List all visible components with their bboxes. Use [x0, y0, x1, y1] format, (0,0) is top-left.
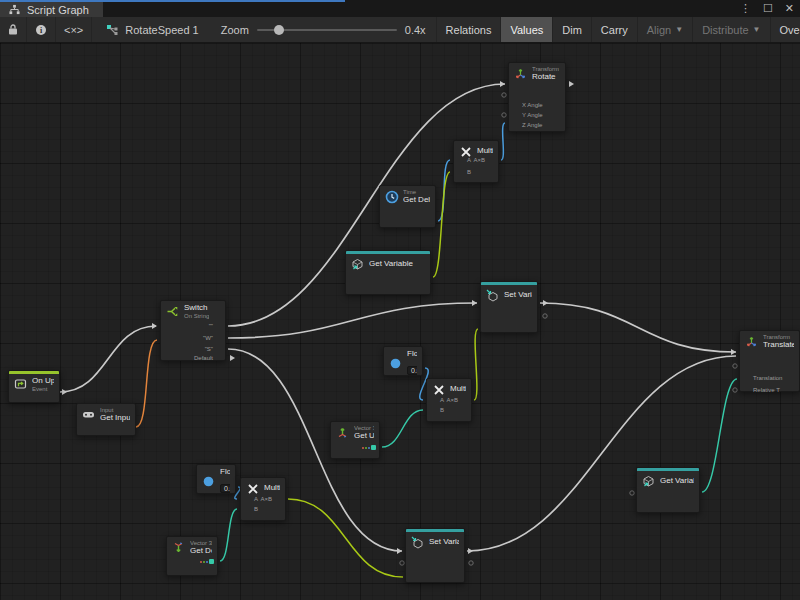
node-header: Get Variable — [637, 471, 699, 491]
node-header: Float0.01 — [197, 465, 235, 496]
node-title: Get Input String — [100, 414, 130, 423]
node-rotate[interactable]: TransformRotateX AngleY AngleZ Angle — [508, 62, 566, 132]
graph-name: RotateSpeed 1 — [125, 24, 198, 36]
graph-icon — [7, 2, 22, 17]
port-value-right[interactable] — [200, 559, 214, 564]
node-header: Float0.01 — [384, 347, 422, 378]
graph-toolbar: i <×> RotateSpeed 1 Zoom 0.4x RelationsV… — [0, 17, 800, 43]
toolbar-button-overview[interactable]: Overview — [771, 17, 800, 42]
zoom-to-fit-button[interactable]: <×> — [56, 17, 92, 42]
graph-canvas[interactable]: On UpdateEventInputGet Input StringSwitc… — [0, 43, 800, 600]
node-header: Vector 3Get Up — [331, 422, 379, 442]
port-value-right[interactable] — [362, 445, 376, 450]
node-float-1[interactable]: Float0.01 — [383, 346, 423, 376]
node-value-field[interactable]: 0.01 — [407, 366, 417, 376]
toolbar-button-label: Align — [647, 24, 671, 36]
gamepad-icon — [81, 407, 96, 422]
toolbar-button-carry[interactable]: Carry — [592, 17, 638, 42]
node-title: Get Delta Time — [403, 196, 430, 205]
node-header: Multiply — [427, 379, 471, 399]
node-title: On Update — [32, 377, 54, 386]
toolbar-button-dim[interactable]: Dim — [553, 17, 592, 42]
node-title: Get Variable — [369, 260, 413, 269]
port-label: Relative T — [753, 387, 780, 393]
port-label: B — [467, 169, 471, 175]
port-label: A — [440, 397, 444, 403]
node-header: Get Variable — [346, 254, 430, 274]
node-header: InputGet Input String — [77, 404, 135, 424]
tab-bar: Script Graph ⋮ ☐ ✕ — [0, 0, 800, 17]
node-on-update[interactable]: On UpdateEvent — [8, 370, 60, 403]
zoom-to-fit-label: <×> — [64, 24, 83, 36]
node-title: Get Down — [190, 547, 212, 556]
node-titles: Get Variable — [369, 260, 413, 269]
window-maximize-icon[interactable]: ☐ — [763, 1, 773, 16]
dropdown-arrow-icon: ▼ — [675, 25, 683, 34]
node-multiply-2[interactable]: MultiplyABA×B — [426, 378, 472, 422]
toolbar-button-values[interactable]: Values — [501, 17, 553, 42]
node-titles: Float0.01 — [407, 350, 417, 376]
port-label: B — [254, 506, 258, 512]
window-menu-icon[interactable]: ⋮ — [740, 1, 751, 16]
toolbar-button-align[interactable]: Align▼ — [638, 17, 693, 42]
toolbar-button-distribute[interactable]: Distribute▼ — [693, 17, 770, 42]
node-title: Multiply — [477, 147, 493, 156]
zoom-slider-track[interactable] — [257, 29, 397, 31]
node-header: SwitchOn String — [161, 301, 225, 321]
toolbar-button-label: Values — [510, 24, 543, 36]
graph-breadcrumb[interactable]: RotateSpeed 1 — [92, 17, 210, 42]
tab-script-graph[interactable]: Script Graph — [0, 2, 103, 17]
node-switch-on-string[interactable]: SwitchOn String"""W""S"Default — [160, 300, 226, 361]
variable-get-icon — [641, 474, 656, 489]
node-float-2[interactable]: Float0.01 — [196, 464, 236, 494]
node-header: TransformTranslate — [740, 331, 799, 351]
port-label: "" — [209, 323, 213, 329]
node-titles: TransformRotate — [532, 66, 559, 81]
port-label: A — [467, 157, 471, 163]
node-multiply-3[interactable]: MultiplyABA×B — [240, 477, 286, 521]
node-value-field[interactable]: 0.01 — [220, 484, 230, 494]
node-set-variable-2[interactable]: Set Variable — [405, 528, 465, 583]
multiply-icon — [431, 382, 446, 397]
toolbar-button-relations[interactable]: Relations — [437, 17, 502, 42]
node-title: Get Variable — [660, 477, 694, 486]
vector3-up-icon — [335, 425, 350, 440]
node-set-variable-1[interactable]: Set Variable — [480, 281, 538, 333]
node-titles: Get Variable — [660, 477, 694, 486]
window-close-icon[interactable]: ✕ — [785, 1, 794, 16]
port-label: X Angle — [522, 102, 543, 108]
node-titles: Multiply — [477, 147, 493, 156]
node-layer: On UpdateEventInputGet Input StringSwitc… — [0, 43, 800, 600]
node-titles: InputGet Input String — [100, 407, 130, 422]
variable-set-icon — [410, 535, 425, 550]
vector3-down-icon — [171, 540, 186, 555]
node-title: Multiply — [264, 484, 280, 493]
tab-title: Script Graph — [27, 4, 89, 16]
node-get-down[interactable]: Vector 3Get Down — [166, 536, 218, 576]
info-icon[interactable]: i — [27, 17, 56, 42]
node-get-variable-1[interactable]: Get Variable — [345, 250, 431, 295]
switch-icon — [165, 304, 180, 319]
toolbar-button-label: Dim — [562, 24, 582, 36]
node-get-delta-time[interactable]: TimeGet Delta Time — [379, 185, 436, 228]
node-titles: TimeGet Delta Time — [403, 189, 430, 204]
node-subtitle: On String — [184, 313, 209, 320]
node-get-input-string[interactable]: InputGet Input String — [76, 403, 136, 436]
node-header: TransformRotate — [509, 63, 565, 83]
node-titles: SwitchOn String — [184, 304, 209, 319]
node-get-up[interactable]: Vector 3Get Up — [330, 421, 380, 459]
node-header: On UpdateEvent — [9, 374, 59, 394]
port-label: "S" — [205, 346, 213, 352]
lock-icon[interactable] — [0, 17, 27, 42]
port-label: A×B — [260, 496, 272, 502]
node-titles: Set Variable — [504, 291, 532, 300]
node-multiply-1[interactable]: MultiplyABA×B — [453, 140, 499, 183]
node-titles: Multiply — [264, 484, 280, 493]
node-get-variable-2[interactable]: Get Variable — [636, 467, 700, 513]
node-header: Set Variable — [406, 532, 464, 552]
zoom-slider-handle[interactable] — [274, 25, 284, 35]
node-translate[interactable]: TransformTranslateTranslationRelative T — [739, 330, 800, 392]
port-label: Z Angle — [522, 122, 542, 128]
transform-icon — [513, 66, 528, 81]
node-titles: Vector 3Get Up — [354, 425, 374, 440]
